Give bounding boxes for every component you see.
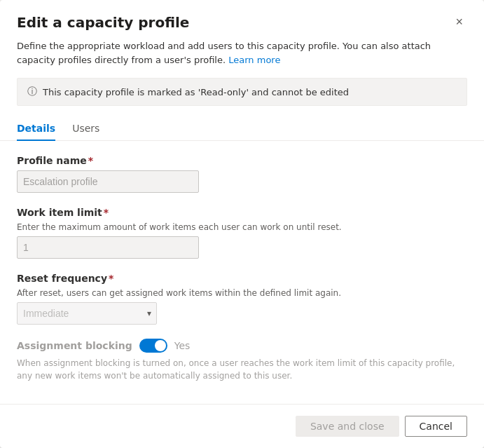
profile-name-required: * bbox=[88, 155, 93, 166]
reset-frequency-select[interactable]: Immediate Daily Weekly Monthly bbox=[17, 302, 157, 325]
reset-frequency-description: After reset, users can get assigned work… bbox=[17, 288, 467, 298]
dialog-title: Edit a capacity profile bbox=[17, 14, 189, 31]
assignment-blocking-toggle[interactable] bbox=[139, 339, 167, 353]
work-item-limit-field-group: Work item limit* Enter the maximum amoun… bbox=[17, 207, 467, 259]
work-item-limit-required: * bbox=[104, 207, 109, 218]
reset-frequency-required: * bbox=[109, 273, 113, 284]
assignment-blocking-description: When assignment blocking is turned on, o… bbox=[17, 357, 467, 382]
dialog-footer: Save and close Cancel bbox=[0, 404, 484, 448]
cancel-button[interactable]: Cancel bbox=[405, 416, 467, 437]
toggle-yes-label: Yes bbox=[174, 340, 191, 351]
profile-name-input[interactable] bbox=[17, 170, 199, 193]
work-item-limit-description: Enter the maximum amount of work items e… bbox=[17, 222, 467, 232]
assignment-blocking-field-group: Assignment blocking Yes When assignment … bbox=[17, 339, 467, 382]
profile-name-label: Profile name* bbox=[17, 155, 467, 166]
assignment-blocking-label: Assignment blocking bbox=[17, 340, 132, 351]
work-item-limit-input[interactable] bbox=[17, 236, 199, 259]
readonly-banner: ⓘ This capacity profile is marked as 'Re… bbox=[17, 78, 467, 106]
close-button[interactable]: × bbox=[451, 14, 467, 29]
tab-users[interactable]: Users bbox=[72, 117, 99, 141]
assignment-blocking-row: Assignment blocking Yes bbox=[17, 339, 467, 353]
tab-details[interactable]: Details bbox=[17, 117, 55, 141]
reset-frequency-select-wrapper: Immediate Daily Weekly Monthly ▾ bbox=[17, 302, 157, 325]
reset-frequency-field-group: Reset frequency* After reset, users can … bbox=[17, 273, 467, 325]
learn-more-link[interactable]: Learn more bbox=[228, 55, 280, 65]
toggle-slider bbox=[139, 339, 167, 353]
work-item-limit-label: Work item limit* bbox=[17, 207, 467, 218]
dialog-subtitle: Define the appropriate workload and add … bbox=[0, 39, 484, 78]
dialog-header: Edit a capacity profile × bbox=[0, 0, 484, 39]
tabs-container: Details Users bbox=[0, 117, 484, 141]
reset-frequency-label: Reset frequency* bbox=[17, 273, 467, 284]
edit-capacity-profile-dialog: Edit a capacity profile × Define the app… bbox=[0, 0, 484, 448]
readonly-message: This capacity profile is marked as 'Read… bbox=[43, 87, 349, 97]
save-and-close-button[interactable]: Save and close bbox=[296, 416, 399, 437]
info-icon: ⓘ bbox=[27, 86, 37, 98]
dialog-body: Profile name* Work item limit* Enter the… bbox=[0, 155, 484, 404]
profile-name-field-group: Profile name* bbox=[17, 155, 467, 193]
